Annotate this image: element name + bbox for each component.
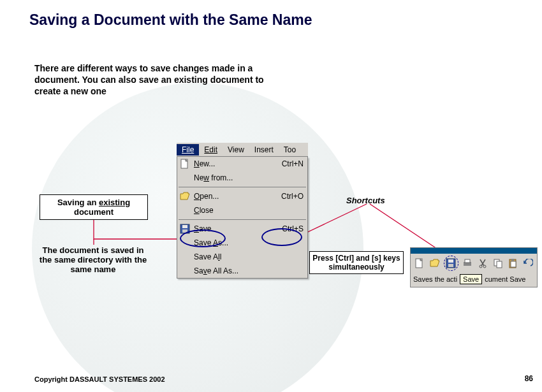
menubar-tools[interactable]: Too <box>279 144 301 156</box>
save-floppy-icon[interactable] <box>444 256 459 271</box>
svg-rect-2 <box>182 225 187 228</box>
toolbar-titlebar <box>411 248 537 254</box>
menu-separator <box>179 187 306 187</box>
print-icon[interactable] <box>461 257 474 270</box>
menubar-insert[interactable]: Insert <box>249 144 279 156</box>
toolbar-row <box>411 254 537 273</box>
tooltip-text-pre: Saves the acti <box>413 275 457 283</box>
annotation-saving-existing: Saving an existing document <box>40 194 148 220</box>
open-folder-icon[interactable] <box>428 257 441 270</box>
tooltip-text-post: cument Save <box>485 275 525 283</box>
menu-item-new-from[interactable]: New from... <box>177 171 307 185</box>
menu-separator <box>179 219 306 220</box>
undo-icon[interactable] <box>522 257 534 270</box>
file-menu-panel: File Edit View Insert Too New... Ctrl+N … <box>177 143 308 279</box>
menu-item-save[interactable]: Save Ctrl+S <box>177 222 307 236</box>
file-dropdown: New... Ctrl+N New from... Open... Ctrl+O… <box>177 157 308 279</box>
svg-point-11 <box>483 265 486 268</box>
svg-rect-3 <box>182 229 187 233</box>
menu-item-save-as[interactable]: Save As... <box>177 236 307 250</box>
tooltip-box-save: Save <box>460 274 482 284</box>
annotation-same-directory: The document is saved in the same direct… <box>36 245 150 274</box>
svg-rect-9 <box>465 259 470 263</box>
menu-item-open[interactable]: Open... Ctrl+O <box>177 189 307 203</box>
menu-item-new[interactable]: New... Ctrl+N <box>177 157 307 171</box>
new-doc-icon <box>179 158 191 170</box>
open-folder-icon <box>179 191 191 202</box>
copyright: Copyright DASSAULT SYSTEMES 2002 <box>34 375 165 383</box>
copy-icon[interactable] <box>492 257 504 270</box>
save-floppy-icon <box>179 223 191 235</box>
new-doc-icon[interactable] <box>413 257 426 270</box>
menu-item-save-all-as[interactable]: Save All As... <box>177 264 307 278</box>
page-title: Saving a Document with the Same Name <box>29 11 312 29</box>
svg-rect-16 <box>511 259 514 261</box>
toolbar-tooltip-row: Saves the acti Save cument Save <box>411 273 537 287</box>
menubar-file[interactable]: File <box>177 144 199 156</box>
cut-icon[interactable] <box>476 257 489 270</box>
menubar-edit[interactable]: Edit <box>199 144 223 156</box>
intro-text: There are different ways to save changes… <box>34 62 270 98</box>
annotation-press-ctrl-s: Press [Ctrl] and [s] keys simultaneously <box>309 251 404 274</box>
page-number: 86 <box>525 374 533 383</box>
svg-rect-7 <box>448 264 453 267</box>
svg-rect-13 <box>497 261 502 268</box>
menu-item-close[interactable]: Close <box>177 203 307 217</box>
toolbar-strip: Saves the acti Save cument Save <box>410 247 538 287</box>
menubar-view[interactable]: View <box>223 144 249 156</box>
menubar: File Edit View Insert Too <box>177 143 308 157</box>
shortcuts-label: Shortcuts <box>346 196 385 205</box>
menu-item-save-all[interactable]: Save All <box>177 250 307 264</box>
svg-point-10 <box>480 265 482 268</box>
svg-rect-6 <box>448 259 453 263</box>
svg-rect-15 <box>511 261 516 267</box>
paste-icon[interactable] <box>506 257 519 270</box>
